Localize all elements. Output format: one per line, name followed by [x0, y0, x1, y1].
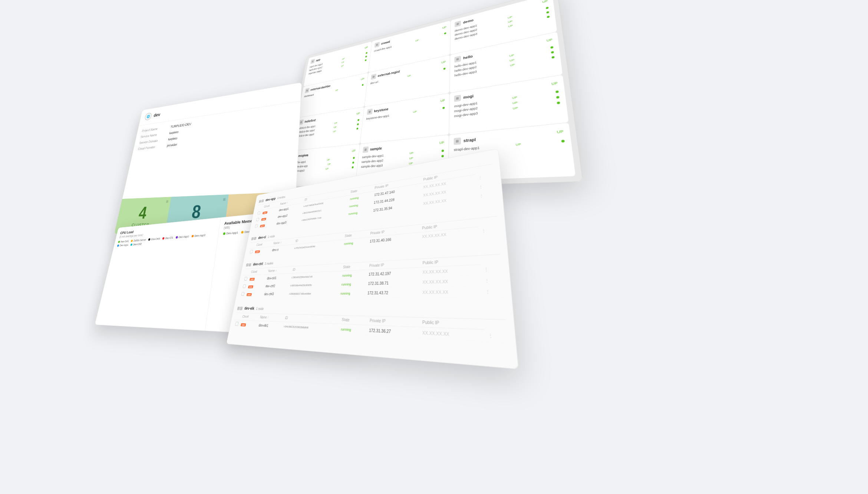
nodes-icon: ⊞⊞	[251, 236, 257, 241]
service-status: UP	[547, 38, 553, 42]
instance-name: dashboard	[304, 94, 314, 98]
cluster-icon: ⊞	[166, 200, 169, 203]
status-dot	[556, 96, 560, 99]
instance-status: UP	[327, 158, 330, 161]
status-dot	[365, 59, 367, 61]
instance-status: UP	[415, 39, 419, 42]
scene: ⊞ app UP rapd-dev-app1 UP rapd-dev-app2 …	[0, 0, 868, 494]
service-status: UP	[441, 60, 446, 64]
cloud-cell: aws	[239, 320, 258, 329]
actions-cell[interactable]: ⋮	[481, 264, 502, 275]
service-name: strapl	[463, 137, 476, 143]
cloud-cell: aws	[246, 282, 265, 290]
service-icon: ⊞	[305, 88, 310, 94]
status-dot	[357, 123, 359, 125]
legend-label: Dev-Ctrl3	[151, 237, 161, 241]
service-icon: ⊞	[455, 20, 461, 27]
legend-label: Dev-App2	[178, 235, 189, 239]
instance-status: UP	[335, 89, 338, 92]
actions-cell[interactable]: ⋮	[482, 275, 503, 286]
instance-name: keystone-dev-app1	[366, 114, 390, 120]
detail-top: 🌐 dev Project Name TURPLEIO DEV Service …	[122, 82, 302, 199]
status-dot	[555, 90, 559, 93]
service-name: hello	[463, 54, 473, 60]
name-cell: dev-elk1	[257, 321, 283, 331]
status-dot	[546, 11, 549, 14]
private-ip-cell: 172.31.36.27	[367, 325, 420, 338]
cpu-svg	[124, 247, 212, 249]
state-cell: running	[340, 270, 367, 280]
id-cell: i-050600d17d0ceb8be	[287, 289, 339, 298]
service-icon: ⊞	[367, 108, 373, 115]
running-badge: running	[340, 291, 350, 295]
y-label: 0.540	[119, 249, 123, 249]
status-dot	[365, 56, 367, 58]
running-badge: running	[341, 282, 351, 286]
col-header: Cloud	[240, 313, 259, 321]
instance-status: UP	[327, 163, 331, 166]
service-status: UP	[557, 129, 564, 134]
state-cell: running	[338, 288, 366, 298]
cloud-badge: aws	[250, 278, 255, 281]
instance-status: UP	[407, 74, 411, 78]
legend-label: Dev-App3	[194, 233, 205, 237]
status-dot	[357, 119, 359, 121]
status-dot	[546, 7, 549, 9]
status-dot	[362, 84, 363, 86]
instance-status: UP	[413, 110, 417, 114]
legend-item: Dev-Cl1	[162, 236, 174, 240]
state-cell: running	[339, 324, 367, 336]
instance-status: UP	[508, 24, 513, 27]
node-group-name: dev-app	[265, 197, 276, 202]
service-icon: ⊞	[454, 95, 461, 102]
svg-line-0	[124, 247, 212, 249]
col-header: Name ↑	[258, 314, 284, 322]
running-badge: running	[342, 273, 352, 277]
cloud-provider-value: provider	[166, 143, 177, 147]
actions-cell[interactable]: ⋮	[478, 225, 499, 236]
legend-dot	[175, 236, 178, 239]
legend-item: Dev-Ctrl2	[130, 242, 142, 246]
legend-label: Dev-Ctrl2	[133, 242, 142, 246]
legend-label: Dev-Cl1	[165, 236, 174, 239]
service-domain-value: turpleio	[168, 136, 178, 141]
cloud-badge: aws	[247, 293, 252, 296]
name-cell: dev-ctrl3	[262, 289, 288, 298]
instance-status: UP	[512, 101, 518, 105]
legend-label: Dev-Ctrl1	[121, 240, 129, 243]
actions-cell[interactable]: ⋮	[482, 286, 504, 297]
instance-status: UP	[509, 58, 514, 62]
instance-status: UP	[512, 96, 517, 100]
instance-status: UP	[341, 64, 344, 67]
service-icon: ⊞	[371, 74, 376, 80]
name-cell: dev-ctrl1	[265, 273, 290, 282]
actions-cell[interactable]: ⋮	[485, 330, 508, 343]
legend-dot	[223, 232, 225, 235]
service-name: crowd	[381, 40, 390, 45]
service-icon: ⊞	[374, 42, 380, 48]
instance-status: UP	[509, 53, 514, 58]
cloud-badge: aws	[263, 211, 268, 214]
cpu-chart: CPU Load (5 min average per core) Dev-Ct…	[95, 217, 221, 331]
public-ip-cell: XX.XX.XX.XX	[420, 286, 483, 298]
legend-label: Dev-App1	[119, 243, 129, 247]
service-name: sample	[370, 146, 382, 151]
globe-icon: 🌐	[144, 112, 152, 121]
service-domain-label: Service Domain	[139, 138, 169, 145]
instance-status: UP	[333, 126, 337, 129]
status-dot	[366, 52, 367, 54]
legend-dot	[241, 231, 244, 233]
node-group-count: 3 nodes	[277, 195, 286, 200]
service-name-label: Service Name	[140, 131, 169, 138]
service-icon: ⊞	[454, 137, 461, 145]
legend-item: Dev-App3	[191, 233, 205, 238]
legend-item: Dev-App1	[117, 243, 129, 247]
instance-status: UP	[510, 63, 515, 67]
node-group-count: 1 node	[256, 307, 264, 310]
status-dot	[444, 32, 446, 35]
instance-status: UP	[515, 143, 521, 147]
status-dot	[352, 161, 354, 164]
legend-dot	[191, 235, 194, 238]
service-status: UP	[542, 0, 548, 4]
instance-status: UP	[326, 167, 329, 170]
